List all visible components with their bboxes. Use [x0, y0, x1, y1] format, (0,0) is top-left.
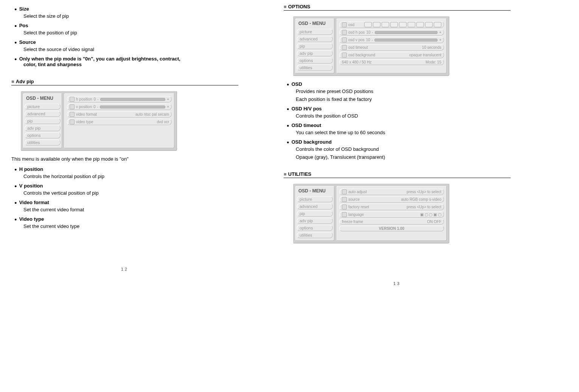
mode: Mode: 15: [425, 60, 441, 64]
bullet-title: Video type: [14, 216, 238, 222]
osd-menu-item: picture: [25, 104, 61, 110]
version: VERSION 1.00: [379, 226, 404, 231]
osd-menu-item: pip: [25, 118, 61, 124]
row-icon: [342, 37, 347, 42]
row-label: osd v pos: [348, 38, 365, 42]
osd-version-row: VERSION 1.00: [339, 226, 444, 231]
osd-panel: h position0- + v position0- + video form…: [64, 93, 174, 148]
bullet-title: Size: [14, 6, 238, 12]
bullet-desc: Provides nine preset OSD positions: [296, 88, 511, 94]
page-12-column: Size Select the size of pip Pos Select t…: [11, 4, 238, 286]
row-extra: auto ntsc pal secam: [135, 112, 169, 116]
bullet-source: Source Select the source of video signal: [14, 39, 238, 52]
osd-menu-item: picture: [297, 29, 333, 35]
row-val: 10: [366, 30, 370, 34]
osd-row-factoryreset: factory resetpress <Up> to select: [339, 204, 444, 210]
bullet-pos: Pos Select the position of pip: [14, 23, 238, 36]
row-label: osd: [348, 23, 354, 27]
osd-utilities-screenshot: OSD - MENU picture advanced pip adv pip …: [293, 183, 449, 243]
osd-menu-item: adv pip: [25, 125, 61, 131]
bullet-desc: Controls the horizontal position of pip: [23, 174, 238, 179]
page-13-column: OPTIONS OSD - MENU picture advanced pip …: [284, 4, 511, 286]
osd-row-autoadjust: auto adjustpress <Up> to select: [339, 189, 444, 195]
row-extra: press <Up> to select: [407, 190, 441, 194]
osd-row-hpos: osd h pos10- +: [339, 29, 444, 36]
bullet-videotype: Video type Set the current video type: [14, 216, 238, 229]
bullet-title: Pos: [14, 23, 238, 28]
osd-menu-item: pip: [297, 211, 333, 217]
osd-menu-item: advanced: [297, 203, 333, 209]
row-extra: press <Up> to select: [407, 205, 441, 209]
row-label: auto adjust: [348, 190, 367, 194]
osd-row-hposition: h position0- +: [67, 96, 172, 102]
bullet-only-when: Only when the pip mode is "0n", you can …: [14, 56, 238, 67]
bullet-osd-hvpos: OSD H/V pos Controls the position of OSD: [287, 106, 511, 119]
osd-options-screenshot: OSD - MENU picture advanced pip adv pip …: [293, 16, 449, 76]
bullet-osd: OSD Provides nine preset OSD positions E…: [287, 81, 511, 102]
osd-row-osd: osd: [339, 21, 444, 28]
osd-menu-title: OSD - MENU: [25, 95, 61, 102]
row-label: osd background: [348, 53, 375, 57]
page-number: 13: [284, 281, 511, 286]
row-icon: [342, 189, 347, 194]
bullet-title: OSD background: [287, 139, 511, 145]
bullet-desc: Controls the vertical position of pip: [23, 190, 238, 196]
bullet-hposition: H position Controls the horizontal posit…: [14, 166, 238, 179]
row-icon: [342, 212, 347, 217]
osd-advpip-screenshot: OSD - MENU picture advanced pip adv pip …: [20, 91, 177, 151]
row-extra: ▣ ▢ ▢ ▣ ▢: [420, 212, 441, 217]
row-label: video format: [76, 112, 97, 116]
osd-row-source: sourceauto RGB comp s-video: [339, 196, 444, 203]
slider: [100, 98, 165, 101]
bullet-desc: Set the current video format: [23, 207, 238, 212]
osd-row-freezeframe: freeze frameON OFF: [339, 219, 444, 225]
bullet-title: OSD H/V pos: [287, 106, 511, 112]
slider: [375, 31, 438, 34]
osd-menu-item: options: [297, 225, 333, 231]
row-icon: [342, 205, 347, 209]
bullet-title: Source: [14, 39, 238, 45]
continuation: color, tint and sharpness: [23, 62, 238, 67]
row-icon: [70, 119, 75, 124]
bullet-desc: Select the position of pip: [23, 30, 238, 36]
resolution: 640 x 480 / 50 Hz: [342, 60, 371, 64]
row-extra: 10 seconds: [422, 45, 441, 50]
row-icon: [342, 22, 347, 27]
row-label: factory reset: [348, 205, 369, 209]
osd-menu-item: options: [25, 132, 61, 138]
osd-menu-item: utilities: [297, 232, 333, 238]
bullet-title: H position: [14, 166, 238, 172]
bullet-desc2: Opaque (gray), Translucent (transparent): [296, 154, 511, 160]
page-number: 12: [11, 267, 238, 271]
osd-side-menu: OSD - MENU picture advanced pip adv pip …: [295, 186, 334, 241]
row-icon: [70, 112, 75, 117]
row-extra: opaque translucent: [409, 53, 441, 57]
osd-menu-item: adv pip: [297, 50, 333, 56]
row-label: osd h pos: [348, 30, 365, 34]
row-icon: [342, 45, 347, 50]
row-label: v position: [76, 105, 92, 109]
osd-row-vposition: v position0- +: [67, 104, 172, 110]
bullet-desc: Select the source of video signal: [23, 46, 238, 52]
osd-side-menu: OSD - MENU picture advanced pip adv pip …: [23, 93, 62, 148]
bullet-desc2: Each position is fixed at the factory: [296, 96, 511, 102]
bullet-desc: Controls the position of OSD: [296, 113, 511, 119]
row-label: source: [348, 197, 360, 201]
osd-menu-item: picture: [297, 196, 333, 202]
osd-panel: osd osd h pos10- + osd v pos10- + osd ti…: [337, 19, 447, 73]
row-label: video type: [76, 120, 93, 124]
osd-menu-title: OSD - MENU: [297, 20, 333, 28]
bullet-osd-timeout: OSD timeout You can select the time up t…: [287, 122, 511, 135]
row-extra: dvd vcr: [157, 120, 169, 124]
row-label: h position: [76, 97, 92, 101]
row-val: 10: [366, 38, 370, 42]
bullet-videoformat: Video format Set the current video forma…: [14, 200, 238, 212]
osd-menu-item: options: [297, 57, 333, 64]
osd-row-background: osd backgroundopaque translucent: [339, 52, 444, 58]
slider: [374, 39, 438, 42]
row-val: 0: [93, 105, 96, 109]
row-label: freeze frame: [342, 220, 363, 224]
bullet-title: OSD timeout: [287, 122, 511, 128]
bullet-title: V position: [14, 183, 238, 189]
row-extra: ON OFF: [427, 220, 441, 224]
